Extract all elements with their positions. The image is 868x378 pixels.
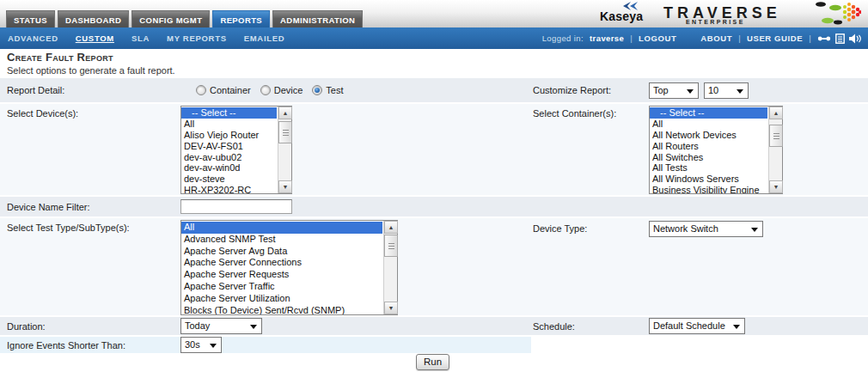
about-link[interactable]: ABOUT <box>700 34 732 43</box>
listbox-option[interactable]: Apache Server Traffic <box>181 281 382 293</box>
row-test-types: Select Test Type/SubType(s): AllAdvanced… <box>0 218 868 317</box>
session-area: Logged in: traverse | LOGOUT ABOUT | USE… <box>542 27 861 49</box>
subnav-item-custom[interactable]: CUSTOM <box>76 34 114 43</box>
subnav-item-sla[interactable]: SLA <box>131 34 150 43</box>
tab-reports[interactable]: REPORTS <box>212 10 270 27</box>
user-guide-link[interactable]: USER GUIDE <box>747 34 803 43</box>
listbox-option[interactable]: Apache Server Requests <box>181 269 382 281</box>
listbox-option[interactable]: DEV-AV-FS01 <box>181 141 277 152</box>
select-value: 10 <box>708 85 718 95</box>
select-value: Today <box>185 320 210 331</box>
listbox-option[interactable]: All Network Devices <box>650 130 767 141</box>
listbox-option[interactable]: Apache Server Connections <box>181 257 382 269</box>
tab-config-mgmt[interactable]: CONFIG MGMT <box>131 10 210 27</box>
duration-label: Duration: <box>7 321 46 332</box>
scroll-down-button[interactable]: ▼ <box>384 302 398 314</box>
scroll-down-button[interactable]: ▼ <box>769 180 783 193</box>
device-name-filter-input[interactable] <box>180 199 292 214</box>
device-type-select[interactable]: Network Switch <box>649 221 763 237</box>
listbox-option[interactable]: Blocks (To Device) Sent/Rcvd (SNMP) <box>181 305 382 314</box>
report-detail-radio-group: ContainerDeviceTest <box>196 78 344 102</box>
logout-link[interactable]: LOGOUT <box>639 34 676 43</box>
select-value: 30s <box>185 339 200 350</box>
listbox-option[interactable]: All Routers <box>650 141 767 152</box>
listbox-option[interactable]: dev-av-win0d <box>181 162 277 174</box>
listbox-option[interactable]: Business Visibility Engine <box>650 185 767 193</box>
select-devices-label: Select Device(s): <box>7 108 78 119</box>
device-name-filter-label: Device Name Filter: <box>7 202 90 212</box>
listbox-option[interactable]: All <box>650 119 767 130</box>
listbox-option[interactable]: Aliso Viejo Router <box>181 130 277 141</box>
kaseya-wordmark: Kaseya <box>600 9 643 23</box>
toolbar-icons <box>817 34 861 44</box>
device-select-listbox[interactable]: -- Select --AllAliso Viejo RouterDEV-AV-… <box>180 106 292 194</box>
tab-status[interactable]: STATUS <box>6 10 55 27</box>
chevron-down-icon <box>737 89 743 94</box>
logged-in-label: Logged in: <box>542 34 584 43</box>
select-value: Default Schedule <box>653 320 725 331</box>
row-device-name-filter: Device Name Filter: <box>0 197 868 218</box>
tab-administration[interactable]: ADMINISTRATION <box>272 10 363 27</box>
scroll-up-button[interactable]: ▲ <box>278 107 292 119</box>
document-icon[interactable] <box>835 34 845 44</box>
listbox-option[interactable]: All Tests <box>650 162 767 174</box>
listbox-option[interactable]: -- Select -- <box>181 107 277 119</box>
top-count-select[interactable]: 10 <box>704 82 749 99</box>
scroll-thumb[interactable] <box>278 121 292 143</box>
radio-icon[interactable] <box>260 85 271 95</box>
container-select-listbox[interactable]: -- Select --AllAll Network DevicesAll Ro… <box>649 106 783 194</box>
customize-report-label: Customize Report: <box>533 85 611 95</box>
page-subtitle: Select options to generate a fault repor… <box>7 65 175 76</box>
key-icon[interactable] <box>817 34 831 44</box>
page-title: Create Fault Report <box>7 51 113 64</box>
scroll-down-button[interactable]: ▼ <box>278 180 292 193</box>
listbox-option[interactable]: All <box>181 222 382 234</box>
ignore-events-select[interactable]: 30s <box>180 337 222 353</box>
speaker-icon[interactable] <box>849 34 861 44</box>
listbox-option[interactable]: -- Select -- <box>650 107 767 119</box>
subnav-item-emailed[interactable]: EMAILED <box>244 34 285 43</box>
separator: | <box>738 34 741 43</box>
listbox-option[interactable]: Advanced SNMP Test <box>181 234 382 246</box>
listbox-option[interactable]: All <box>181 119 277 130</box>
tab-dashboard[interactable]: DASHBOARD <box>58 10 129 27</box>
scrollbar[interactable]: ▲ ▼ <box>383 221 397 314</box>
test-type-listbox[interactable]: AllAdvanced SNMP TestApache Server Avg D… <box>180 220 398 315</box>
radio-option-container[interactable]: Container <box>196 85 251 95</box>
scroll-up-button[interactable]: ▲ <box>384 221 398 234</box>
username: traverse <box>590 34 624 43</box>
select-value: Top <box>653 85 669 95</box>
listbox-option[interactable]: HR-XP3202-RC <box>181 185 277 193</box>
listbox-option[interactable]: All Switches <box>650 152 767 163</box>
main-nav-tabs: STATUSDASHBOARDCONFIG MGMTREPORTSADMINIS… <box>6 10 363 27</box>
listbox-option[interactable]: All Windows Servers <box>650 174 767 185</box>
scrollbar[interactable]: ▲ ▼ <box>768 107 782 193</box>
row-report-detail: Report Detail: ContainerDeviceTest Custo… <box>0 78 868 104</box>
radio-label: Test <box>326 85 343 95</box>
separator: | <box>809 34 811 43</box>
scroll-thumb[interactable] <box>769 125 783 147</box>
scroll-up-button[interactable]: ▲ <box>769 107 783 119</box>
duration-select[interactable]: Today <box>180 318 262 334</box>
subnav-item-advanced[interactable]: ADVANCED <box>8 34 58 43</box>
schedule-select[interactable]: Default Schedule <box>649 318 745 334</box>
run-button[interactable]: Run <box>416 354 449 370</box>
listbox-option[interactable]: Apache Server Utilization <box>181 293 382 305</box>
subnav-item-my-reports[interactable]: MY REPORTS <box>167 34 227 43</box>
schedule-label: Schedule: <box>533 321 575 332</box>
listbox-option[interactable]: Apache Server Avg Data <box>181 246 382 258</box>
scroll-thumb[interactable] <box>384 235 398 257</box>
radio-option-device[interactable]: Device <box>260 85 303 95</box>
listbox-option[interactable]: dev-av-ubu02 <box>181 152 277 163</box>
chevron-down-icon <box>751 228 758 232</box>
logo-dots-icon <box>810 0 861 26</box>
listbox-option[interactable]: dev-steve <box>181 174 277 185</box>
test-types-label: Select Test Type/SubType(s): <box>7 223 130 233</box>
top-bottom-select[interactable]: Top <box>649 82 699 99</box>
scrollbar[interactable]: ▲ ▼ <box>278 107 291 193</box>
radio-icon[interactable] <box>312 85 322 95</box>
report-detail-label: Report Detail: <box>7 85 64 95</box>
radio-option-test[interactable]: Test <box>312 85 343 95</box>
row-duration: Duration: Today Schedule: Default Schedu… <box>0 317 868 337</box>
radio-icon[interactable] <box>196 85 206 95</box>
